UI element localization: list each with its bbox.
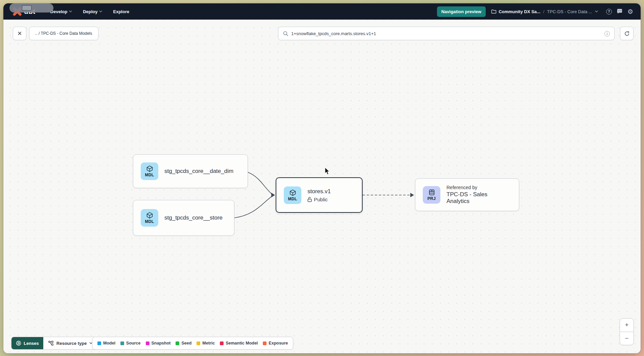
zoom-out-button[interactable]: − bbox=[620, 332, 634, 345]
help-icon[interactable]: ? bbox=[606, 9, 612, 15]
legend-label: Snapshot bbox=[152, 341, 171, 346]
legend-label: Semantic Model bbox=[226, 341, 258, 346]
node-stg-tpcds-core-store[interactable]: MDL stg_tpcds_core__store bbox=[133, 200, 234, 236]
legend-label: Seed bbox=[181, 341, 191, 346]
legend-item-source: Source bbox=[120, 341, 140, 346]
legend-label: Source bbox=[126, 341, 140, 346]
archive-icon bbox=[428, 189, 435, 196]
node-access-label: Public bbox=[314, 197, 328, 202]
feedback-icon[interactable] bbox=[617, 9, 623, 14]
nav-menu: Develop Deploy Explore bbox=[50, 9, 130, 14]
seed-swatch bbox=[176, 341, 179, 345]
folder-icon bbox=[491, 9, 497, 14]
close-lineage-button[interactable]: ✕ bbox=[13, 27, 26, 40]
source-swatch bbox=[120, 341, 124, 345]
lineage-search-input[interactable] bbox=[291, 31, 601, 36]
badge-label: MDL bbox=[145, 173, 154, 177]
badge-label: MDL bbox=[145, 219, 154, 224]
lenses-label: Lenses bbox=[24, 341, 39, 346]
cube-icon bbox=[146, 165, 153, 172]
resource-type-label: Resource type bbox=[56, 341, 87, 346]
unlock-icon bbox=[307, 197, 312, 202]
node-label: TPC-DS - Sales Analytics bbox=[446, 191, 511, 205]
legend-item-exposure: Exposure bbox=[263, 341, 288, 346]
project-badge: PRJ bbox=[423, 186, 440, 204]
exposure-swatch bbox=[263, 341, 267, 345]
chevron-down-icon bbox=[69, 10, 72, 12]
legend-label: Model bbox=[103, 341, 115, 346]
navbar-icons: ? ⚙ bbox=[606, 8, 633, 15]
node-caption: Referenced by bbox=[446, 185, 511, 190]
model-badge: MDL bbox=[284, 186, 301, 204]
legend-item-seed: Seed bbox=[176, 341, 191, 346]
badge-label: MDL bbox=[288, 197, 297, 201]
legend-label: Metric bbox=[202, 341, 215, 346]
legend-item-semantic-model: Semantic Model bbox=[220, 341, 258, 346]
lenses-button[interactable]: Lenses bbox=[12, 337, 43, 349]
edge-arrowhead bbox=[271, 193, 275, 198]
search-icon bbox=[283, 31, 288, 36]
breadcrumb-separator: / bbox=[543, 9, 545, 14]
refresh-icon bbox=[624, 31, 630, 36]
model-badge: MDL bbox=[141, 162, 158, 180]
breadcrumb-page[interactable]: TPC-DS - Core Data ... bbox=[547, 9, 592, 14]
top-navbar: dbt Develop Deploy Explore Navigation pr… bbox=[3, 3, 641, 20]
cube-icon bbox=[289, 189, 296, 196]
window-artifact bbox=[9, 3, 53, 12]
semantic-model-swatch bbox=[220, 341, 224, 345]
breadcrumb-project-label: Community DX Sa... bbox=[499, 9, 540, 14]
nav-item-develop[interactable]: Develop bbox=[50, 9, 72, 14]
snapshot-swatch bbox=[146, 341, 150, 345]
app-window: dbt Develop Deploy Explore Navigation pr… bbox=[3, 3, 641, 353]
edge-store-to-stores bbox=[234, 196, 272, 218]
window-artifact-icon bbox=[22, 5, 32, 11]
node-label: stores.v1 bbox=[307, 188, 331, 195]
navbar-right: Navigation preview Community DX Sa... / … bbox=[437, 6, 633, 17]
navigation-preview-badge[interactable]: Navigation preview bbox=[437, 6, 486, 17]
edge-date-dim-to-stores bbox=[248, 172, 272, 194]
breadcrumb-project[interactable]: Community DX Sa... bbox=[491, 9, 540, 14]
resource-type-dropdown[interactable]: Resource type bbox=[43, 340, 98, 346]
canvas-zoom-controls: + − bbox=[620, 318, 634, 345]
chevron-down-icon bbox=[99, 10, 102, 12]
legend-item-metric: Metric bbox=[197, 341, 215, 346]
legend-item-snapshot: Snapshot bbox=[146, 341, 171, 346]
node-referenced-by-project[interactable]: PRJ Referenced by TPC-DS - Sales Analyti… bbox=[415, 178, 519, 211]
legend-item-model: Model bbox=[97, 341, 115, 346]
lenses-icon bbox=[16, 340, 21, 346]
node-text-block: Referenced by TPC-DS - Sales Analytics bbox=[446, 185, 511, 205]
model-badge: MDL bbox=[141, 209, 158, 227]
resource-type-icon bbox=[48, 340, 54, 346]
badge-label: PRJ bbox=[428, 196, 436, 201]
nav-explore-label: Explore bbox=[113, 9, 129, 14]
node-label: stg_tpcds_core__store bbox=[164, 214, 223, 221]
metric-swatch bbox=[197, 341, 200, 345]
nav-item-deploy[interactable]: Deploy bbox=[83, 9, 102, 14]
model-swatch bbox=[97, 341, 101, 345]
nav-item-explore[interactable]: Explore bbox=[113, 9, 129, 14]
refresh-button[interactable] bbox=[620, 27, 634, 40]
lenses-resource-pill: Lenses Resource type bbox=[11, 337, 98, 350]
info-icon[interactable]: i bbox=[604, 31, 610, 36]
node-text-block: stores.v1 Public bbox=[307, 188, 331, 202]
node-stores-v1[interactable]: MDL stores.v1 Public bbox=[276, 177, 363, 213]
nav-deploy-label: Deploy bbox=[83, 9, 97, 14]
lineage-canvas[interactable]: ✕ .. / TPC-DS - Core Data Models i MDL bbox=[3, 20, 641, 353]
edge-arrowhead bbox=[410, 193, 414, 197]
mouse-cursor bbox=[325, 168, 331, 175]
node-label: stg_tpcds_core__date_dim bbox=[164, 168, 233, 175]
breadcrumb: Community DX Sa... / TPC-DS - Core Data … bbox=[491, 9, 598, 14]
node-stg-tpcds-core-date-dim[interactable]: MDL stg_tpcds_core__date_dim bbox=[133, 154, 248, 188]
resource-legend: Model Source Snapshot Seed Metric Semant… bbox=[92, 337, 293, 350]
lineage-search-bar: i bbox=[278, 27, 615, 40]
legend-label: Exposure bbox=[269, 341, 288, 346]
chevron-down-icon[interactable] bbox=[595, 10, 598, 12]
zoom-in-button[interactable]: + bbox=[620, 319, 634, 332]
settings-gear-icon[interactable]: ⚙ bbox=[627, 8, 633, 15]
lineage-path-chip[interactable]: .. / TPC-DS - Core Data Models bbox=[29, 27, 98, 40]
cube-icon bbox=[146, 212, 153, 219]
node-access-row: Public bbox=[307, 197, 331, 202]
